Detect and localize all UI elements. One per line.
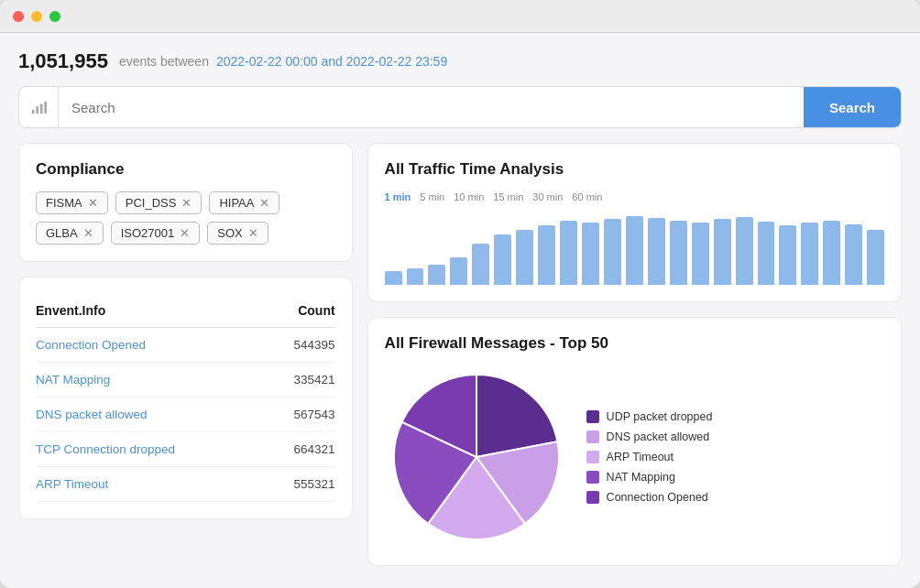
compliance-title: Compliance <box>36 160 335 179</box>
bar <box>626 216 643 285</box>
legend-item-UDP-packet-dropped: UDP packet dropped <box>586 410 713 423</box>
event-count: 664321 <box>267 432 335 467</box>
firewall-title: All Firewall Messages - Top 50 <box>385 334 884 353</box>
bar <box>385 271 402 285</box>
compliance-tags: FISMA ✕PCI_DSS ✕HIPAA ✕GLBA ✕ISO27001 ✕S… <box>36 191 335 245</box>
chart-control-10min[interactable]: 10 min <box>454 191 484 202</box>
events-between-label: events between <box>119 54 209 69</box>
event-count: 335421 <box>267 363 335 397</box>
chart-controls: 1 min5 min10 min15 min30 min60 min <box>385 191 884 202</box>
legend-color <box>586 430 599 443</box>
tag-remove-hipaa[interactable]: ✕ <box>259 196 269 210</box>
bar <box>538 225 555 285</box>
pie-legend: UDP packet droppedDNS packet allowedARP … <box>586 410 713 504</box>
legend-color <box>586 491 599 504</box>
events-count: 1,051,955 <box>18 49 108 73</box>
main-window: 1,051,955 events between 2022-02-22 00:0… <box>0 0 920 588</box>
pie-chart <box>385 365 568 549</box>
svg-rect-2 <box>40 103 43 114</box>
tag-hipaa[interactable]: HIPAA ✕ <box>209 191 279 214</box>
legend-item-DNS-packet-allowed: DNS packet allowed <box>586 430 713 443</box>
bar <box>494 234 511 285</box>
bar <box>648 218 665 285</box>
event-name[interactable]: ARP Timeout <box>36 467 267 502</box>
bar <box>801 223 818 285</box>
table-row[interactable]: DNS packet allowed567543 <box>36 397 335 432</box>
bar <box>450 257 467 285</box>
event-count: 544395 <box>267 328 335 363</box>
bar <box>779 225 796 285</box>
event-count: 567543 <box>267 397 335 432</box>
compliance-panel: Compliance FISMA ✕PCI_DSS ✕HIPAA ✕GLBA ✕… <box>18 143 353 262</box>
tag-glba[interactable]: GLBA ✕ <box>36 222 104 245</box>
event-table: Envent.Info Count Connection Opened54439… <box>36 296 335 502</box>
firewall-panel: All Firewall Messages - Top 50 UDP packe… <box>367 317 902 566</box>
traffic-panel: All Traffic Time Analysis 1 min5 min10 m… <box>367 143 902 302</box>
tag-remove-glba[interactable]: ✕ <box>83 226 93 240</box>
table-row[interactable]: NAT Mapping335421 <box>36 363 335 397</box>
count-col-header: Count <box>267 296 335 328</box>
bar <box>736 217 753 285</box>
bar <box>692 223 709 285</box>
events-date-range: 2022-02-22 00:00 and 2022-02-22 23:59 <box>216 54 447 69</box>
bar <box>407 268 424 285</box>
bar <box>560 221 577 285</box>
table-row[interactable]: ARP Timeout555321 <box>36 467 335 502</box>
legend-item-ARP-Timeout: ARP Timeout <box>586 451 713 463</box>
pie-section: UDP packet droppedDNS packet allowedARP … <box>385 365 884 549</box>
chart-control-60min[interactable]: 60 min <box>572 191 602 202</box>
event-table-panel: Envent.Info Count Connection Opened54439… <box>18 277 353 519</box>
bar-chart <box>385 212 884 285</box>
bar <box>758 222 775 285</box>
event-count: 555321 <box>267 467 335 502</box>
tag-remove-fisma[interactable]: ✕ <box>88 196 98 210</box>
event-name[interactable]: DNS packet allowed <box>36 397 267 432</box>
tag-pci_dss[interactable]: PCI_DSS ✕ <box>115 191 203 214</box>
search-bar: Search <box>18 86 902 128</box>
bar <box>472 244 489 285</box>
bar <box>823 221 840 285</box>
svg-rect-3 <box>44 102 47 114</box>
maximize-dot[interactable] <box>49 11 60 22</box>
legend-color <box>586 410 599 423</box>
table-row[interactable]: TCP Connection dropped664321 <box>36 432 335 467</box>
tag-remove-sox[interactable]: ✕ <box>248 226 258 240</box>
bar <box>604 219 621 285</box>
tag-fisma[interactable]: FISMA ✕ <box>36 191 108 214</box>
event-name[interactable]: Connection Opened <box>36 328 267 363</box>
minimize-dot[interactable] <box>31 11 42 22</box>
legend-item-NAT-Mapping: NAT Mapping <box>586 471 713 484</box>
bar <box>845 224 862 285</box>
tag-sox[interactable]: SOX ✕ <box>207 222 268 245</box>
svg-rect-0 <box>32 110 35 114</box>
table-row[interactable]: Connection Opened544395 <box>36 328 335 363</box>
bar <box>714 219 731 285</box>
titlebar <box>0 0 920 33</box>
legend-color <box>586 451 599 463</box>
traffic-title: All Traffic Time Analysis <box>385 160 884 179</box>
content-area: 1,051,955 events between 2022-02-22 00:0… <box>0 33 920 584</box>
chart-control-5min[interactable]: 5 min <box>420 191 444 202</box>
event-name[interactable]: TCP Connection dropped <box>36 432 267 467</box>
bar <box>428 265 445 285</box>
bar <box>670 221 687 285</box>
chart-icon <box>19 87 59 127</box>
events-header: 1,051,955 events between 2022-02-22 00:0… <box>18 49 902 73</box>
chart-control-15min[interactable]: 15 min <box>493 191 523 202</box>
tag-remove-pci_dss[interactable]: ✕ <box>181 196 192 210</box>
svg-rect-1 <box>36 106 38 114</box>
search-button[interactable]: Search <box>804 87 901 127</box>
bar <box>582 223 599 285</box>
chart-control-30min[interactable]: 30 min <box>532 191 563 202</box>
bar <box>867 230 884 285</box>
search-input[interactable] <box>59 100 804 115</box>
chart-control-1min[interactable]: 1 min <box>385 191 411 202</box>
legend-color <box>586 471 599 484</box>
main-grid: Compliance FISMA ✕PCI_DSS ✕HIPAA ✕GLBA ✕… <box>18 143 902 566</box>
close-dot[interactable] <box>13 11 24 22</box>
legend-item-Connection-Opened: Connection Opened <box>586 491 713 504</box>
event-name[interactable]: NAT Mapping <box>36 363 267 397</box>
tag-remove-iso27001[interactable]: ✕ <box>180 226 190 240</box>
tag-iso27001[interactable]: ISO27001 ✕ <box>111 222 201 245</box>
bar <box>516 230 533 285</box>
